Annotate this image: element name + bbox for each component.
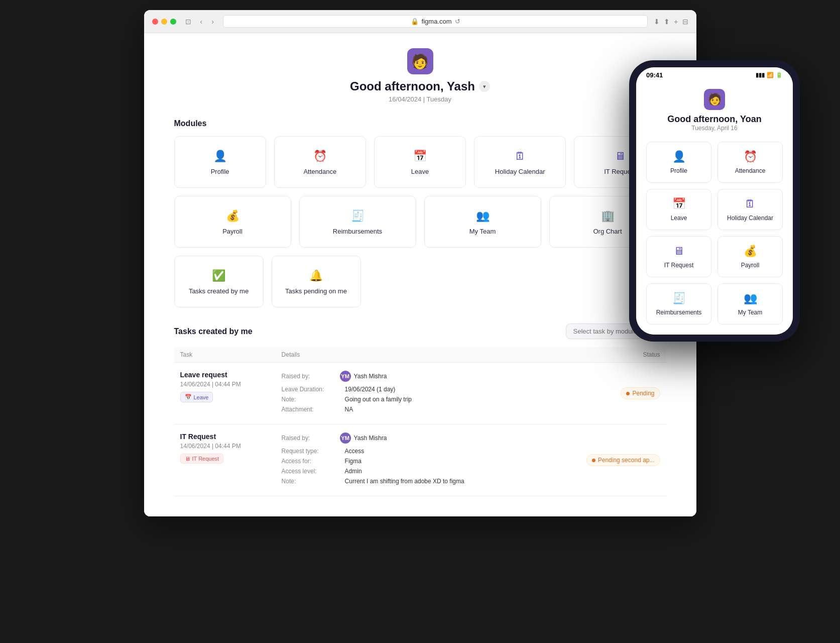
phone-holiday-icon bbox=[745, 197, 756, 210]
download-icon[interactable]: ⬇ bbox=[654, 18, 660, 26]
module-card-attendance[interactable]: Attendance bbox=[274, 136, 366, 188]
module-label-myteam: My Team bbox=[469, 228, 496, 235]
task-details-1: Raised by: YM Yash Mishra Leave Duration… bbox=[276, 363, 547, 424]
close-dot[interactable] bbox=[152, 19, 158, 25]
leave-duration-label: Leave Duration: bbox=[282, 386, 337, 393]
phone-status-bar: 09:41 ▮▮▮ 📶 🔋 bbox=[636, 67, 793, 81]
task-name-1: Leave request bbox=[180, 371, 270, 379]
phone-itrequest-icon bbox=[673, 245, 684, 258]
phone-leave-label: Leave bbox=[671, 215, 687, 222]
reload-icon[interactable]: ↺ bbox=[455, 18, 460, 25]
raised-by-label-2: Raised by: bbox=[282, 435, 337, 442]
minimize-dot[interactable] bbox=[161, 19, 167, 25]
phone-payroll-icon bbox=[744, 245, 757, 258]
access-level-val: Admin bbox=[345, 468, 362, 475]
module-card-reimbursements[interactable]: Reimbursements bbox=[299, 196, 416, 248]
col-details: Details bbox=[276, 347, 547, 363]
tasks-header: Tasks created by me bbox=[174, 324, 666, 339]
note-val-1: Going out on a family trip bbox=[345, 396, 412, 403]
module-label-taskscreated: Tasks created by me bbox=[189, 287, 249, 295]
phone-holiday-label: Holiday Calendar bbox=[727, 215, 773, 222]
phone-avatar-emoji: 🧑 bbox=[708, 93, 722, 106]
battery-icon: 🔋 bbox=[776, 72, 783, 78]
phone-module-payroll[interactable]: Payroll bbox=[717, 236, 783, 277]
phone-status-icons: ▮▮▮ 📶 🔋 bbox=[756, 72, 783, 78]
module-label-holiday: Holiday Calendar bbox=[495, 168, 545, 175]
access-for-label: Access for: bbox=[282, 458, 337, 465]
phone-date: Tuesday, April 16 bbox=[691, 125, 737, 132]
greeting-text: Good afternoon, Yash bbox=[350, 79, 475, 93]
address-bar[interactable]: 🔒 figma.com ↺ bbox=[223, 15, 648, 28]
nav-back[interactable]: ‹ bbox=[197, 17, 206, 27]
phone-profile-label: Profile bbox=[670, 167, 687, 174]
module-card-payroll[interactable]: Payroll bbox=[174, 196, 291, 248]
task-status-cell-1: Pending bbox=[547, 363, 666, 424]
module-card-myteam[interactable]: My Team bbox=[424, 196, 541, 248]
module-card-profile[interactable]: Profile bbox=[174, 136, 266, 188]
phone-greeting: Good afternoon, Yoan bbox=[667, 114, 761, 125]
taskspending-icon bbox=[309, 268, 323, 282]
phone-leave-icon bbox=[672, 197, 686, 210]
status-badge-2: Pending second ap... bbox=[586, 454, 660, 466]
module-label-payroll: Payroll bbox=[222, 228, 243, 235]
task-cell-1: Leave request 14/06/2024 | 04:44 PM 📅 Le… bbox=[174, 363, 276, 424]
module-label-taskspending: Tasks pending on me bbox=[285, 287, 347, 295]
phone-reimbursements-label: Reimbursements bbox=[656, 309, 702, 316]
phone-myteam-icon bbox=[744, 292, 757, 305]
new-tab-icon[interactable]: + bbox=[674, 18, 678, 26]
wifi-icon: 📶 bbox=[767, 72, 774, 78]
reimbursements-icon bbox=[351, 208, 365, 223]
module-card-holiday[interactable]: Holiday Calendar bbox=[474, 136, 566, 188]
phone-module-attendance[interactable]: Attendance bbox=[717, 142, 783, 183]
attendance-icon bbox=[313, 149, 327, 163]
request-type-val: Access bbox=[345, 448, 365, 455]
profile-icon bbox=[213, 149, 227, 163]
phone-attendance-label: Attendance bbox=[735, 167, 766, 174]
attachment-label-1: Attachment: bbox=[282, 406, 337, 413]
it-badge-icon: 🖥 bbox=[185, 456, 190, 462]
maximize-dot[interactable] bbox=[170, 19, 176, 25]
security-icon: 🔒 bbox=[411, 18, 419, 25]
phone-module-reimbursements[interactable]: Reimbursements bbox=[646, 283, 711, 325]
raised-name-1: Yash Mishra bbox=[354, 373, 387, 380]
nav-toggle[interactable]: ⊡ bbox=[182, 17, 194, 27]
url-text: figma.com bbox=[422, 18, 452, 25]
module-card-taskscreated[interactable]: Tasks created by me bbox=[174, 256, 264, 307]
signal-icon: ▮▮▮ bbox=[756, 72, 765, 78]
task-name-2: IT Request bbox=[180, 433, 270, 441]
browser-nav: ⊡ ‹ › bbox=[182, 17, 217, 27]
phone-payroll-label: Payroll bbox=[741, 262, 760, 269]
share-icon[interactable]: ⬆ bbox=[664, 18, 670, 26]
tasks-section-title: Tasks created by me bbox=[174, 327, 253, 336]
browser-dots bbox=[152, 19, 176, 25]
phone-profile-icon bbox=[672, 150, 686, 163]
note-val-2: Current I am shifting from adobe XD to f… bbox=[345, 478, 464, 485]
modules-row-1: Profile Attendance Leave Holiday Calenda… bbox=[174, 136, 666, 188]
phone-screen: 09:41 ▮▮▮ 📶 🔋 🧑 Good afternoon, Yoan Tue… bbox=[636, 67, 793, 335]
phone-avatar: 🧑 bbox=[704, 89, 725, 110]
table-row: IT Request 14/06/2024 | 04:44 PM 🖥 IT Re… bbox=[174, 424, 666, 496]
nav-forward[interactable]: › bbox=[208, 17, 217, 27]
phone-module-profile[interactable]: Profile bbox=[646, 142, 711, 183]
module-card-taskspending[interactable]: Tasks pending on me bbox=[272, 256, 361, 307]
date-text: 16/04/2024 | Tuesday bbox=[389, 95, 451, 103]
task-date-1: 14/06/2024 | 04:44 PM bbox=[180, 381, 270, 388]
phone-module-itrequest[interactable]: IT Request bbox=[646, 236, 711, 277]
raised-avatar-2: YM bbox=[340, 433, 351, 444]
user-dropdown-button[interactable]: ▾ bbox=[479, 81, 490, 92]
phone-overlay: 09:41 ▮▮▮ 📶 🔋 🧑 Good afternoon, Yoan Tue… bbox=[629, 60, 800, 342]
phone-module-holiday[interactable]: Holiday Calendar bbox=[717, 189, 783, 230]
modules-row-3: Tasks created by me Tasks pending on me bbox=[174, 256, 361, 307]
toolbar-icons: ⬇ ⬆ + ⊟ bbox=[654, 18, 688, 26]
status-badge-1: Pending bbox=[621, 387, 660, 399]
module-label-orgchart: Org Chart bbox=[593, 228, 622, 235]
phone-time: 09:41 bbox=[646, 71, 663, 79]
app-content: 🧑 Good afternoon, Yash ▾ 16/04/2024 | Tu… bbox=[144, 33, 696, 516]
modules-section: Modules Profile Attendance Leave Holid bbox=[174, 119, 666, 307]
phone-module-leave[interactable]: Leave bbox=[646, 189, 711, 230]
phone-module-myteam[interactable]: My Team bbox=[717, 283, 783, 325]
module-label-profile: Profile bbox=[211, 168, 229, 175]
module-card-leave[interactable]: Leave bbox=[374, 136, 466, 188]
access-level-label: Access level: bbox=[282, 468, 337, 475]
tabs-icon[interactable]: ⊟ bbox=[682, 18, 688, 26]
